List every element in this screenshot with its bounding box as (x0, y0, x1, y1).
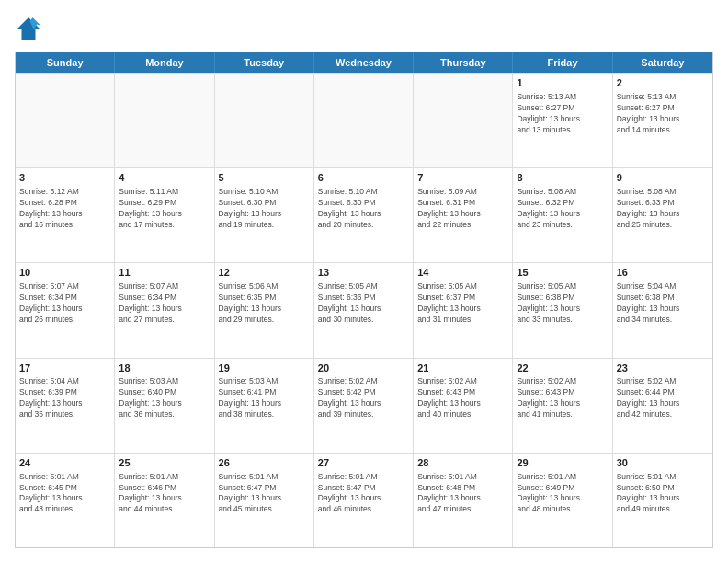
cal-row-0: 1Sunrise: 5:13 AM Sunset: 6:27 PM Daylig… (16, 73, 712, 167)
weekday-header-tuesday: Tuesday (215, 52, 314, 73)
cal-cell-9: 9Sunrise: 5:08 AM Sunset: 6:33 PM Daylig… (613, 168, 712, 262)
cal-cell-empty-0-1 (115, 74, 214, 167)
day-number: 11 (119, 266, 210, 280)
weekday-header-thursday: Thursday (414, 52, 513, 73)
cell-info: Sunrise: 5:07 AM Sunset: 6:34 PM Dayligh… (19, 282, 110, 326)
day-number: 21 (417, 362, 508, 375)
cal-cell-28: 28Sunrise: 5:01 AM Sunset: 6:48 PM Dayli… (414, 454, 513, 547)
cell-info: Sunrise: 5:02 AM Sunset: 6:43 PM Dayligh… (517, 376, 608, 420)
logo (15, 15, 46, 42)
cell-info: Sunrise: 5:02 AM Sunset: 6:43 PM Dayligh… (417, 376, 508, 420)
cal-cell-29: 29Sunrise: 5:01 AM Sunset: 6:49 PM Dayli… (513, 454, 612, 547)
day-number: 4 (119, 171, 210, 185)
day-number: 29 (517, 456, 608, 470)
cell-info: Sunrise: 5:01 AM Sunset: 6:48 PM Dayligh… (417, 472, 508, 516)
day-number: 1 (517, 76, 608, 90)
weekday-header-sunday: Sunday (16, 52, 115, 73)
cell-info: Sunrise: 5:04 AM Sunset: 6:38 PM Dayligh… (617, 282, 709, 326)
cal-cell-6: 6Sunrise: 5:10 AM Sunset: 6:30 PM Daylig… (314, 168, 414, 262)
cal-cell-15: 15Sunrise: 5:05 AM Sunset: 6:38 PM Dayli… (513, 263, 612, 357)
weekday-header-friday: Friday (513, 52, 612, 73)
cell-info: Sunrise: 5:07 AM Sunset: 6:34 PM Dayligh… (119, 282, 210, 326)
cal-cell-30: 30Sunrise: 5:01 AM Sunset: 6:50 PM Dayli… (613, 454, 712, 547)
day-number: 27 (318, 456, 409, 470)
cal-cell-3: 3Sunrise: 5:12 AM Sunset: 6:28 PM Daylig… (16, 168, 115, 262)
cal-row-4: 24Sunrise: 5:01 AM Sunset: 6:45 PM Dayli… (16, 453, 712, 547)
day-number: 15 (517, 266, 608, 280)
cal-cell-19: 19Sunrise: 5:03 AM Sunset: 6:41 PM Dayli… (215, 359, 314, 453)
day-number: 22 (517, 362, 608, 375)
calendar-body: 1Sunrise: 5:13 AM Sunset: 6:27 PM Daylig… (16, 73, 712, 547)
weekday-header-saturday: Saturday (613, 52, 712, 73)
cal-cell-empty-0-4 (414, 74, 513, 167)
calendar: SundayMondayTuesdayWednesdayThursdayFrid… (15, 52, 713, 548)
cell-info: Sunrise: 5:03 AM Sunset: 6:41 PM Dayligh… (219, 376, 310, 420)
cell-info: Sunrise: 5:04 AM Sunset: 6:39 PM Dayligh… (19, 376, 110, 420)
day-number: 6 (318, 171, 409, 185)
day-number: 28 (417, 456, 508, 470)
cal-cell-10: 10Sunrise: 5:07 AM Sunset: 6:34 PM Dayli… (16, 263, 115, 357)
cal-cell-27: 27Sunrise: 5:01 AM Sunset: 6:47 PM Dayli… (314, 454, 414, 547)
day-number: 20 (318, 362, 409, 375)
day-number: 17 (19, 362, 110, 375)
cell-info: Sunrise: 5:10 AM Sunset: 6:30 PM Dayligh… (219, 187, 310, 231)
cal-cell-18: 18Sunrise: 5:03 AM Sunset: 6:40 PM Dayli… (115, 359, 214, 453)
page: SundayMondayTuesdayWednesdayThursdayFrid… (0, 0, 728, 563)
cal-cell-empty-0-3 (314, 74, 414, 167)
cal-cell-26: 26Sunrise: 5:01 AM Sunset: 6:47 PM Dayli… (215, 454, 314, 547)
cell-info: Sunrise: 5:02 AM Sunset: 6:44 PM Dayligh… (617, 376, 709, 420)
cell-info: Sunrise: 5:05 AM Sunset: 6:37 PM Dayligh… (417, 282, 508, 326)
cell-info: Sunrise: 5:01 AM Sunset: 6:46 PM Dayligh… (119, 472, 210, 516)
cal-row-1: 3Sunrise: 5:12 AM Sunset: 6:28 PM Daylig… (16, 167, 712, 262)
calendar-header: SundayMondayTuesdayWednesdayThursdayFrid… (16, 52, 712, 73)
header (15, 15, 713, 42)
logo-icon (15, 15, 42, 42)
day-number: 2 (617, 76, 709, 90)
cell-info: Sunrise: 5:03 AM Sunset: 6:40 PM Dayligh… (119, 376, 210, 420)
cal-cell-14: 14Sunrise: 5:05 AM Sunset: 6:37 PM Dayli… (414, 263, 513, 357)
day-number: 18 (119, 362, 210, 375)
day-number: 14 (417, 266, 508, 280)
cal-cell-empty-0-2 (215, 74, 314, 167)
cell-info: Sunrise: 5:01 AM Sunset: 6:49 PM Dayligh… (517, 472, 608, 516)
cell-info: Sunrise: 5:08 AM Sunset: 6:32 PM Dayligh… (517, 187, 608, 231)
cal-cell-empty-0-0 (16, 74, 115, 167)
cell-info: Sunrise: 5:11 AM Sunset: 6:29 PM Dayligh… (119, 187, 210, 231)
cell-info: Sunrise: 5:13 AM Sunset: 6:27 PM Dayligh… (517, 92, 608, 136)
day-number: 26 (219, 456, 310, 470)
cal-cell-24: 24Sunrise: 5:01 AM Sunset: 6:45 PM Dayli… (16, 454, 115, 547)
cell-info: Sunrise: 5:01 AM Sunset: 6:45 PM Dayligh… (19, 472, 110, 516)
cal-cell-8: 8Sunrise: 5:08 AM Sunset: 6:32 PM Daylig… (513, 168, 612, 262)
cell-info: Sunrise: 5:13 AM Sunset: 6:27 PM Dayligh… (617, 92, 709, 136)
cal-cell-1: 1Sunrise: 5:13 AM Sunset: 6:27 PM Daylig… (513, 74, 612, 167)
cal-cell-13: 13Sunrise: 5:05 AM Sunset: 6:36 PM Dayli… (314, 263, 414, 357)
cell-info: Sunrise: 5:01 AM Sunset: 6:47 PM Dayligh… (219, 472, 310, 516)
cal-cell-11: 11Sunrise: 5:07 AM Sunset: 6:34 PM Dayli… (115, 263, 214, 357)
day-number: 7 (417, 171, 508, 185)
cal-row-3: 17Sunrise: 5:04 AM Sunset: 6:39 PM Dayli… (16, 358, 712, 453)
cell-info: Sunrise: 5:05 AM Sunset: 6:38 PM Dayligh… (517, 282, 608, 326)
day-number: 25 (119, 456, 210, 470)
cell-info: Sunrise: 5:12 AM Sunset: 6:28 PM Dayligh… (19, 187, 110, 231)
cal-row-2: 10Sunrise: 5:07 AM Sunset: 6:34 PM Dayli… (16, 262, 712, 357)
cell-info: Sunrise: 5:01 AM Sunset: 6:50 PM Dayligh… (617, 472, 709, 516)
day-number: 24 (19, 456, 110, 470)
cell-info: Sunrise: 5:06 AM Sunset: 6:35 PM Dayligh… (219, 282, 310, 326)
day-number: 13 (318, 266, 409, 280)
cal-cell-22: 22Sunrise: 5:02 AM Sunset: 6:43 PM Dayli… (513, 359, 612, 453)
day-number: 10 (19, 266, 110, 280)
cell-info: Sunrise: 5:05 AM Sunset: 6:36 PM Dayligh… (318, 282, 409, 326)
cal-cell-2: 2Sunrise: 5:13 AM Sunset: 6:27 PM Daylig… (613, 74, 712, 167)
cell-info: Sunrise: 5:01 AM Sunset: 6:47 PM Dayligh… (318, 472, 409, 516)
day-number: 23 (617, 362, 709, 375)
cal-cell-25: 25Sunrise: 5:01 AM Sunset: 6:46 PM Dayli… (115, 454, 214, 547)
svg-marker-0 (17, 17, 40, 40)
cal-cell-12: 12Sunrise: 5:06 AM Sunset: 6:35 PM Dayli… (215, 263, 314, 357)
day-number: 16 (617, 266, 709, 280)
cell-info: Sunrise: 5:02 AM Sunset: 6:42 PM Dayligh… (318, 376, 409, 420)
cell-info: Sunrise: 5:08 AM Sunset: 6:33 PM Dayligh… (617, 187, 709, 231)
cal-cell-23: 23Sunrise: 5:02 AM Sunset: 6:44 PM Dayli… (613, 359, 712, 453)
cal-cell-20: 20Sunrise: 5:02 AM Sunset: 6:42 PM Dayli… (314, 359, 414, 453)
cell-info: Sunrise: 5:10 AM Sunset: 6:30 PM Dayligh… (318, 187, 409, 231)
day-number: 3 (19, 171, 110, 185)
